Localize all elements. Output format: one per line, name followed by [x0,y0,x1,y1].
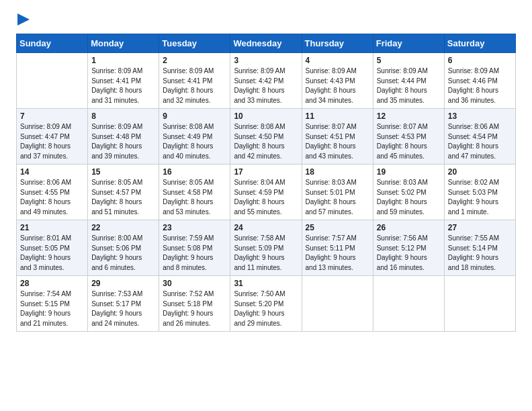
header [16,13,516,26]
day-info: Sunrise: 7:54 AM Sunset: 5:15 PM Dayligh… [20,289,84,328]
day-cell: 21Sunrise: 8:01 AM Sunset: 5:05 PM Dayli… [17,220,88,276]
day-number: 13 [448,111,512,121]
day-number: 25 [306,223,369,232]
week-row-4: 21Sunrise: 8:01 AM Sunset: 5:05 PM Dayli… [17,220,516,276]
day-info: Sunrise: 8:06 AM Sunset: 4:55 PM Dayligh… [20,178,84,217]
day-cell: 28Sunrise: 7:54 AM Sunset: 5:15 PM Dayli… [17,276,88,332]
day-number: 23 [163,223,226,232]
day-info: Sunrise: 7:59 AM Sunset: 5:08 PM Dayligh… [163,234,226,273]
day-number: 26 [377,223,441,232]
header-cell-sunday: Sunday [17,34,88,53]
day-number: 4 [306,56,369,65]
day-number: 12 [377,111,441,121]
day-cell: 23Sunrise: 7:59 AM Sunset: 5:08 PM Dayli… [159,220,230,276]
day-number: 7 [20,111,84,121]
week-row-3: 14Sunrise: 8:06 AM Sunset: 4:55 PM Dayli… [17,165,516,220]
calendar-page: SundayMondayTuesdayWednesdayThursdayFrid… [0,0,532,342]
day-info: Sunrise: 8:09 AM Sunset: 4:42 PM Dayligh… [234,66,298,105]
day-info: Sunrise: 8:09 AM Sunset: 4:41 PM Dayligh… [91,66,155,105]
week-row-2: 7Sunrise: 8:09 AM Sunset: 4:47 PM Daylig… [17,109,516,165]
day-cell: 20Sunrise: 8:02 AM Sunset: 5:03 PM Dayli… [444,165,515,220]
day-number: 8 [91,111,155,121]
day-info: Sunrise: 8:05 AM Sunset: 4:58 PM Dayligh… [163,178,226,217]
day-number: 2 [163,56,226,65]
day-number: 28 [20,279,84,288]
day-cell: 2Sunrise: 8:09 AM Sunset: 4:41 PM Daylig… [159,53,230,109]
day-info: Sunrise: 8:00 AM Sunset: 5:06 PM Dayligh… [91,234,155,273]
day-info: Sunrise: 7:53 AM Sunset: 5:17 PM Dayligh… [91,289,155,328]
day-cell: 4Sunrise: 8:09 AM Sunset: 4:43 PM Daylig… [302,53,373,109]
day-number: 30 [163,279,226,288]
day-number: 6 [448,56,512,65]
day-info: Sunrise: 8:09 AM Sunset: 4:48 PM Dayligh… [91,122,155,161]
week-row-1: 1Sunrise: 8:09 AM Sunset: 4:41 PM Daylig… [17,53,516,109]
day-info: Sunrise: 8:09 AM Sunset: 4:43 PM Dayligh… [306,66,369,105]
header-cell-monday: Monday [88,34,159,53]
day-info: Sunrise: 7:52 AM Sunset: 5:18 PM Dayligh… [163,289,226,328]
day-cell: 16Sunrise: 8:05 AM Sunset: 4:58 PM Dayli… [159,165,230,220]
day-number: 14 [20,167,84,177]
day-cell [17,53,88,109]
day-cell: 12Sunrise: 8:07 AM Sunset: 4:53 PM Dayli… [373,109,444,165]
logo-arrow-icon [17,13,30,26]
day-cell: 9Sunrise: 8:08 AM Sunset: 4:49 PM Daylig… [159,109,230,165]
day-info: Sunrise: 8:08 AM Sunset: 4:50 PM Dayligh… [234,122,298,161]
day-cell: 26Sunrise: 7:56 AM Sunset: 5:12 PM Dayli… [373,220,444,276]
day-number: 1 [91,56,155,65]
day-number: 17 [234,167,298,177]
day-info: Sunrise: 8:03 AM Sunset: 5:01 PM Dayligh… [306,178,369,217]
day-info: Sunrise: 8:08 AM Sunset: 4:49 PM Dayligh… [163,122,226,161]
day-cell: 29Sunrise: 7:53 AM Sunset: 5:17 PM Dayli… [88,276,159,332]
day-cell: 6Sunrise: 8:09 AM Sunset: 4:46 PM Daylig… [444,53,515,109]
day-cell: 11Sunrise: 8:07 AM Sunset: 4:51 PM Dayli… [302,109,373,165]
day-number: 15 [91,167,155,177]
day-number: 27 [448,223,512,232]
day-cell: 27Sunrise: 7:55 AM Sunset: 5:14 PM Dayli… [444,220,515,276]
day-info: Sunrise: 7:50 AM Sunset: 5:20 PM Dayligh… [234,289,298,328]
day-info: Sunrise: 8:09 AM Sunset: 4:46 PM Dayligh… [448,66,512,105]
day-info: Sunrise: 8:05 AM Sunset: 4:57 PM Dayligh… [91,178,155,217]
day-cell: 10Sunrise: 8:08 AM Sunset: 4:50 PM Dayli… [230,109,302,165]
calendar-header: SundayMondayTuesdayWednesdayThursdayFrid… [17,34,516,53]
day-cell: 25Sunrise: 7:57 AM Sunset: 5:11 PM Dayli… [302,220,373,276]
day-number: 18 [306,167,369,177]
day-info: Sunrise: 8:02 AM Sunset: 5:03 PM Dayligh… [448,178,512,217]
day-info: Sunrise: 8:06 AM Sunset: 4:54 PM Dayligh… [448,122,512,161]
logo-text-line1 [16,13,30,26]
calendar-table: SundayMondayTuesdayWednesdayThursdayFrid… [16,34,516,332]
day-info: Sunrise: 7:57 AM Sunset: 5:11 PM Dayligh… [306,234,369,273]
day-cell: 8Sunrise: 8:09 AM Sunset: 4:48 PM Daylig… [88,109,159,165]
header-cell-friday: Friday [373,34,444,53]
day-number: 11 [306,111,369,121]
day-cell: 15Sunrise: 8:05 AM Sunset: 4:57 PM Dayli… [88,165,159,220]
day-info: Sunrise: 8:01 AM Sunset: 5:05 PM Dayligh… [20,234,84,273]
header-cell-tuesday: Tuesday [159,34,230,53]
day-number: 3 [234,56,298,65]
day-cell: 17Sunrise: 8:04 AM Sunset: 4:59 PM Dayli… [230,165,302,220]
day-info: Sunrise: 8:03 AM Sunset: 5:02 PM Dayligh… [377,178,441,217]
day-info: Sunrise: 8:09 AM Sunset: 4:41 PM Dayligh… [163,66,226,105]
day-number: 31 [234,279,298,288]
calendar-body: 1Sunrise: 8:09 AM Sunset: 4:41 PM Daylig… [17,53,516,332]
day-number: 21 [20,223,84,232]
day-number: 16 [163,167,226,177]
day-number: 29 [91,279,155,288]
day-cell: 14Sunrise: 8:06 AM Sunset: 4:55 PM Dayli… [17,165,88,220]
day-info: Sunrise: 8:09 AM Sunset: 4:44 PM Dayligh… [377,66,441,105]
day-info: Sunrise: 8:07 AM Sunset: 4:53 PM Dayligh… [377,122,441,161]
day-cell: 19Sunrise: 8:03 AM Sunset: 5:02 PM Dayli… [373,165,444,220]
day-number: 20 [448,167,512,177]
svg-marker-0 [17,13,30,26]
day-cell: 5Sunrise: 8:09 AM Sunset: 4:44 PM Daylig… [373,53,444,109]
header-cell-wednesday: Wednesday [230,34,302,53]
day-cell: 22Sunrise: 8:00 AM Sunset: 5:06 PM Dayli… [88,220,159,276]
day-cell: 1Sunrise: 8:09 AM Sunset: 4:41 PM Daylig… [88,53,159,109]
day-number: 10 [234,111,298,121]
day-cell: 31Sunrise: 7:50 AM Sunset: 5:20 PM Dayli… [230,276,302,332]
day-number: 19 [377,167,441,177]
header-cell-thursday: Thursday [302,34,373,53]
logo [16,13,30,26]
day-number: 22 [91,223,155,232]
day-number: 9 [163,111,226,121]
day-cell [373,276,444,332]
